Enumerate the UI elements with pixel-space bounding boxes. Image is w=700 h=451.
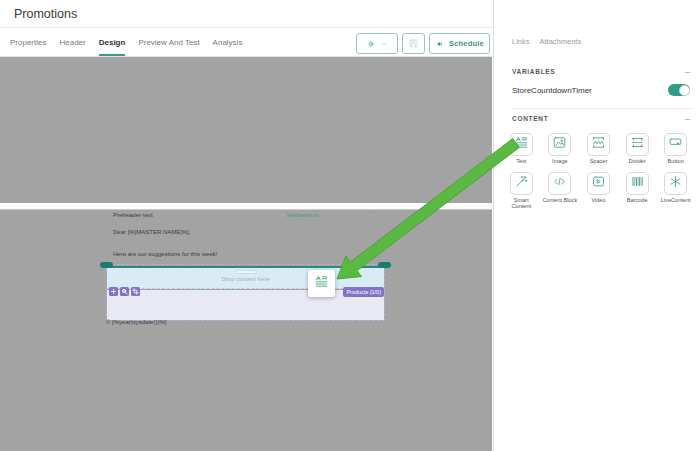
content-grid: TextImageSpacerDividerButtonSmart Conten… <box>503 133 694 210</box>
tile-label: Spacer <box>590 158 608 165</box>
tile-label: Content Block <box>542 197 577 204</box>
collapse-icon[interactable]: – <box>685 69 690 75</box>
tile-label: Smart Content <box>503 197 539 210</box>
divider-icon <box>630 135 645 154</box>
variable-label: StoreCountdownTimer <box>512 86 592 95</box>
button-icon <box>668 135 683 154</box>
magic-wand-icon <box>514 174 529 193</box>
video-icon <box>591 174 606 193</box>
side-panel: LinksAttachments VARIABLES – StoreCountd… <box>493 0 700 451</box>
panel-tab-attachments[interactable]: Attachments <box>540 37 582 46</box>
tab-preview-and-test[interactable]: Preview And Test <box>138 29 199 56</box>
page-title: Promotions <box>14 7 77 21</box>
preheader-text: Preheader-text <box>113 212 153 218</box>
tile-box[interactable] <box>548 133 571 156</box>
asterisk-icon <box>668 174 683 193</box>
tile-box[interactable] <box>587 172 610 195</box>
tab-properties[interactable]: Properties <box>10 29 46 56</box>
tile-label: Video <box>591 197 605 204</box>
tile-box[interactable] <box>626 172 649 195</box>
crop-icon[interactable] <box>131 287 140 296</box>
content-tile-spacer[interactable]: Spacer <box>580 133 617 165</box>
magnifier-icon[interactable] <box>120 287 129 296</box>
image-icon <box>552 135 567 154</box>
content-tile-image[interactable]: Image <box>542 133 579 165</box>
panel-tabs: LinksAttachments <box>512 37 581 46</box>
tab-analysis[interactable]: Analysis <box>213 29 243 56</box>
spacer-icon <box>591 135 606 154</box>
drop-zone[interactable]: Drop content here <box>107 268 384 289</box>
variable-toggle[interactable] <box>668 84 690 96</box>
tile-label: Divider <box>628 158 645 165</box>
gear-icon <box>366 39 376 49</box>
tile-box[interactable] <box>664 172 687 195</box>
collapse-icon[interactable]: – <box>685 116 690 122</box>
content-section-header: CONTENT – <box>512 115 690 122</box>
dropzone-tools <box>109 287 140 296</box>
panel-divider <box>512 108 692 109</box>
intro-text: Here are our suggestions for this week! <box>113 251 217 257</box>
schedule-button-label: Schedule <box>449 39 484 48</box>
content-tile-text[interactable]: Text <box>503 133 540 165</box>
products-badge: Products (1/0) <box>343 287 384 297</box>
content-tile-smart-content[interactable]: Smart Content <box>503 172 540 210</box>
tile-label: Button <box>668 158 684 165</box>
variables-section-header: VARIABLES – <box>512 68 690 75</box>
plus-icon[interactable] <box>109 287 118 296</box>
webversion-link[interactable]: Webversion <box>287 212 319 218</box>
check-icon: ✓ <box>279 212 284 219</box>
email-canvas: Preheader-text ✓ Webversion ✓ Dear [%|MA… <box>0 57 492 451</box>
content-tile-livecontent[interactable]: LiveContent <box>657 172 694 210</box>
panel-tab-links[interactable]: Links <box>512 37 530 46</box>
variables-title: VARIABLES <box>512 68 555 75</box>
content-title: CONTENT <box>512 115 548 122</box>
tile-box[interactable] <box>548 172 571 195</box>
content-tile-content-block[interactable]: Content Block <box>542 172 579 210</box>
tile-label: Barcode <box>627 197 648 204</box>
save-icon <box>408 38 419 49</box>
schedule-button[interactable]: Schedule <box>429 33 490 54</box>
drag-ghost-text-tile[interactable] <box>308 270 335 297</box>
drop-zone-label: Drop content here <box>107 276 384 282</box>
drag-handle[interactable] <box>235 270 257 274</box>
code-icon <box>552 174 567 193</box>
content-tile-barcode[interactable]: Barcode <box>619 172 656 210</box>
product-block[interactable] <box>107 290 384 320</box>
tile-label: Image <box>552 158 568 165</box>
greeting-text: Dear [%|MASTER.NAME|%], <box>113 229 190 235</box>
footer-copyright: © [%year(sysdate())%] <box>106 319 166 325</box>
tile-box[interactable] <box>587 133 610 156</box>
tile-label: LiveContent <box>661 197 691 204</box>
content-tile-divider[interactable]: Divider <box>619 133 656 165</box>
tile-box[interactable] <box>626 133 649 156</box>
save-button[interactable] <box>402 33 425 54</box>
toolbar: Schedule <box>356 33 490 54</box>
settings-split-button[interactable] <box>356 33 398 54</box>
tab-header[interactable]: Header <box>59 29 85 56</box>
text-icon <box>514 135 529 154</box>
text-icon <box>314 274 329 293</box>
barcode-icon <box>630 174 645 193</box>
canvas-top-strip <box>0 203 492 210</box>
megaphone-icon <box>435 39 445 49</box>
variable-row: StoreCountdownTimer <box>512 84 690 96</box>
tile-box[interactable] <box>510 172 533 195</box>
check-icon: ✓ <box>371 212 376 219</box>
tile-label: Text <box>516 158 526 165</box>
toggle-knob <box>679 85 690 96</box>
tile-box[interactable] <box>510 133 533 156</box>
content-tile-video[interactable]: Video <box>580 172 617 210</box>
selected-section[interactable]: Drop content here Products (1/0) <box>106 264 385 321</box>
chevron-down-icon[interactable] <box>380 40 388 48</box>
tile-box[interactable] <box>664 133 687 156</box>
tab-design[interactable]: Design <box>99 29 126 56</box>
content-tile-button[interactable]: Button <box>657 133 694 165</box>
